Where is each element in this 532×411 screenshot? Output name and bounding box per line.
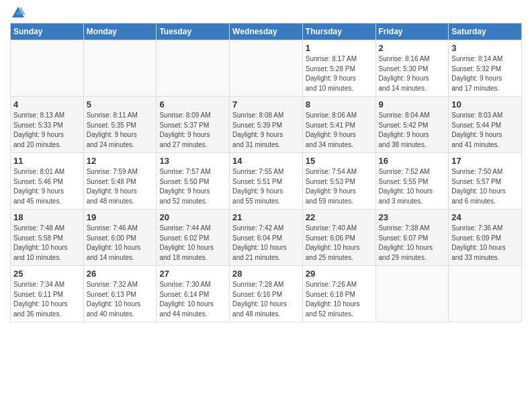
day-number: 6: [159, 99, 226, 109]
calendar-week-2: 4Sunrise: 8:13 AM Sunset: 5:33 PM Daylig…: [11, 97, 522, 153]
calendar-cell: 1Sunrise: 8:17 AM Sunset: 5:28 PM Daylig…: [302, 40, 375, 97]
calendar-cell: 10Sunrise: 8:03 AM Sunset: 5:44 PM Dayli…: [449, 97, 522, 153]
day-info: Sunrise: 7:52 AM Sunset: 5:55 PM Dayligh…: [379, 167, 446, 206]
day-number: 27: [159, 269, 226, 279]
day-number: 20: [159, 212, 226, 222]
calendar-cell: 8Sunrise: 8:06 AM Sunset: 5:41 PM Daylig…: [302, 97, 375, 153]
calendar-cell: 25Sunrise: 7:34 AM Sunset: 6:11 PM Dayli…: [11, 266, 84, 322]
day-number: 14: [232, 156, 300, 166]
day-number: 8: [306, 99, 373, 109]
calendar-week-3: 11Sunrise: 8:01 AM Sunset: 5:46 PM Dayli…: [11, 153, 522, 210]
day-info: Sunrise: 7:54 AM Sunset: 5:53 PM Dayligh…: [306, 167, 373, 206]
day-info: Sunrise: 8:03 AM Sunset: 5:44 PM Dayligh…: [451, 111, 519, 150]
day-number: 18: [13, 212, 81, 222]
calendar-header-row: Sunday Monday Tuesday Wednesday Thursday…: [11, 24, 522, 40]
calendar-cell: [230, 40, 303, 97]
calendar-cell: 12Sunrise: 7:59 AM Sunset: 5:48 PM Dayli…: [83, 153, 157, 210]
col-friday: Friday: [375, 24, 449, 40]
day-info: Sunrise: 8:13 AM Sunset: 5:33 PM Dayligh…: [13, 111, 81, 150]
day-number: 24: [451, 212, 519, 222]
logo-icon: [11, 5, 26, 20]
day-info: Sunrise: 8:16 AM Sunset: 5:30 PM Dayligh…: [379, 54, 446, 93]
calendar-cell: 28Sunrise: 7:28 AM Sunset: 6:16 PM Dayli…: [230, 266, 303, 322]
day-number: 12: [87, 156, 154, 166]
day-info: Sunrise: 7:57 AM Sunset: 5:50 PM Dayligh…: [159, 167, 226, 206]
day-info: Sunrise: 7:48 AM Sunset: 5:58 PM Dayligh…: [13, 224, 81, 263]
col-saturday: Saturday: [449, 24, 522, 40]
calendar-cell: 29Sunrise: 7:26 AM Sunset: 6:18 PM Dayli…: [302, 266, 375, 322]
day-number: 13: [159, 156, 226, 166]
calendar-cell: 23Sunrise: 7:38 AM Sunset: 6:07 PM Dayli…: [375, 210, 449, 266]
day-number: 17: [451, 156, 519, 166]
day-number: 19: [87, 212, 154, 222]
calendar-cell: 11Sunrise: 8:01 AM Sunset: 5:46 PM Dayli…: [11, 153, 84, 210]
day-info: Sunrise: 7:50 AM Sunset: 5:57 PM Dayligh…: [451, 167, 519, 206]
day-info: Sunrise: 7:26 AM Sunset: 6:18 PM Dayligh…: [306, 280, 373, 319]
day-number: 16: [379, 156, 446, 166]
col-sunday: Sunday: [11, 24, 84, 40]
day-number: 2: [379, 43, 446, 53]
day-number: 9: [379, 99, 446, 109]
day-info: Sunrise: 8:14 AM Sunset: 5:32 PM Dayligh…: [451, 54, 519, 93]
calendar-week-5: 25Sunrise: 7:34 AM Sunset: 6:11 PM Dayli…: [11, 266, 522, 322]
day-info: Sunrise: 8:01 AM Sunset: 5:46 PM Dayligh…: [13, 167, 81, 206]
day-number: 26: [87, 269, 154, 279]
day-number: 3: [451, 43, 519, 53]
calendar-cell: 27Sunrise: 7:30 AM Sunset: 6:14 PM Dayli…: [157, 266, 230, 322]
calendar-cell: 19Sunrise: 7:46 AM Sunset: 6:00 PM Dayli…: [83, 210, 157, 266]
day-info: Sunrise: 8:04 AM Sunset: 5:42 PM Dayligh…: [379, 111, 446, 150]
day-info: Sunrise: 8:06 AM Sunset: 5:41 PM Dayligh…: [306, 111, 373, 150]
day-info: Sunrise: 7:44 AM Sunset: 6:02 PM Dayligh…: [159, 224, 226, 263]
calendar-cell: [375, 266, 449, 322]
day-info: Sunrise: 7:28 AM Sunset: 6:16 PM Dayligh…: [232, 280, 300, 319]
calendar-cell: 3Sunrise: 8:14 AM Sunset: 5:32 PM Daylig…: [449, 40, 522, 97]
day-info: Sunrise: 7:34 AM Sunset: 6:11 PM Dayligh…: [13, 280, 81, 319]
day-number: 22: [306, 212, 373, 222]
calendar-cell: 16Sunrise: 7:52 AM Sunset: 5:55 PM Dayli…: [375, 153, 449, 210]
day-info: Sunrise: 7:38 AM Sunset: 6:07 PM Dayligh…: [379, 224, 446, 263]
calendar-cell: 6Sunrise: 8:09 AM Sunset: 5:37 PM Daylig…: [157, 97, 230, 153]
day-number: 4: [13, 99, 81, 109]
calendar-cell: 15Sunrise: 7:54 AM Sunset: 5:53 PM Dayli…: [302, 153, 375, 210]
calendar-week-4: 18Sunrise: 7:48 AM Sunset: 5:58 PM Dayli…: [11, 210, 522, 266]
header: [10, 7, 522, 17]
calendar-cell: [157, 40, 230, 97]
calendar-cell: 20Sunrise: 7:44 AM Sunset: 6:02 PM Dayli…: [157, 210, 230, 266]
calendar-cell: 21Sunrise: 7:42 AM Sunset: 6:04 PM Dayli…: [230, 210, 303, 266]
calendar-cell: 26Sunrise: 7:32 AM Sunset: 6:13 PM Dayli…: [83, 266, 157, 322]
calendar-table: Sunday Monday Tuesday Wednesday Thursday…: [10, 23, 522, 322]
day-info: Sunrise: 7:40 AM Sunset: 6:06 PM Dayligh…: [306, 224, 373, 263]
calendar-week-1: 1Sunrise: 8:17 AM Sunset: 5:28 PM Daylig…: [11, 40, 522, 97]
calendar-cell: 9Sunrise: 8:04 AM Sunset: 5:42 PM Daylig…: [375, 97, 449, 153]
calendar-cell: 22Sunrise: 7:40 AM Sunset: 6:06 PM Dayli…: [302, 210, 375, 266]
day-info: Sunrise: 7:55 AM Sunset: 5:51 PM Dayligh…: [232, 167, 300, 206]
day-number: 11: [13, 156, 81, 166]
calendar-cell: 18Sunrise: 7:48 AM Sunset: 5:58 PM Dayli…: [11, 210, 84, 266]
day-number: 5: [87, 99, 154, 109]
calendar-cell: [11, 40, 84, 97]
col-monday: Monday: [83, 24, 157, 40]
day-info: Sunrise: 7:36 AM Sunset: 6:09 PM Dayligh…: [451, 224, 519, 263]
day-info: Sunrise: 7:42 AM Sunset: 6:04 PM Dayligh…: [232, 224, 300, 263]
col-wednesday: Wednesday: [230, 24, 303, 40]
day-number: 25: [13, 269, 81, 279]
day-number: 1: [306, 43, 373, 53]
day-info: Sunrise: 8:17 AM Sunset: 5:28 PM Dayligh…: [306, 54, 373, 93]
calendar-cell: 4Sunrise: 8:13 AM Sunset: 5:33 PM Daylig…: [11, 97, 84, 153]
day-info: Sunrise: 7:32 AM Sunset: 6:13 PM Dayligh…: [87, 280, 154, 319]
day-number: 29: [306, 269, 373, 279]
day-info: Sunrise: 8:09 AM Sunset: 5:37 PM Dayligh…: [159, 111, 226, 150]
col-tuesday: Tuesday: [157, 24, 230, 40]
calendar-cell: 7Sunrise: 8:08 AM Sunset: 5:39 PM Daylig…: [230, 97, 303, 153]
day-info: Sunrise: 8:08 AM Sunset: 5:39 PM Dayligh…: [232, 111, 300, 150]
calendar-cell: 2Sunrise: 8:16 AM Sunset: 5:30 PM Daylig…: [375, 40, 449, 97]
day-info: Sunrise: 7:30 AM Sunset: 6:14 PM Dayligh…: [159, 280, 226, 319]
day-number: 7: [232, 99, 300, 109]
day-number: 23: [379, 212, 446, 222]
day-info: Sunrise: 7:59 AM Sunset: 5:48 PM Dayligh…: [87, 167, 154, 206]
logo: [10, 7, 26, 17]
page-container: Sunday Monday Tuesday Wednesday Thursday…: [0, 0, 532, 326]
calendar-cell: 24Sunrise: 7:36 AM Sunset: 6:09 PM Dayli…: [449, 210, 522, 266]
calendar-body: 1Sunrise: 8:17 AM Sunset: 5:28 PM Daylig…: [11, 40, 522, 322]
calendar-cell: 13Sunrise: 7:57 AM Sunset: 5:50 PM Dayli…: [157, 153, 230, 210]
